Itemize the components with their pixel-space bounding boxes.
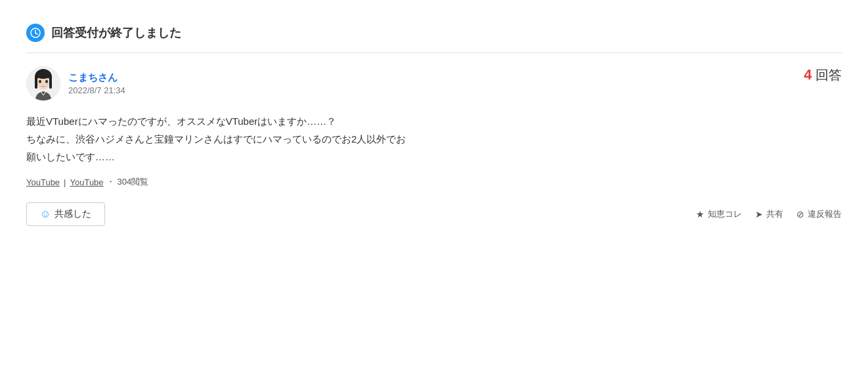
chie-kore-label: 知恵コレ (708, 208, 742, 220)
answer-count-number: 4 (804, 66, 812, 83)
status-text: 回答受付が終了しました (51, 25, 181, 41)
sympathy-label: 共感した (54, 208, 91, 220)
clock-icon (26, 24, 45, 42)
svg-point-8 (35, 71, 51, 79)
svg-rect-7 (49, 76, 52, 89)
post-author: こまちさん 2022/8/7 21:34 (26, 66, 125, 101)
svg-rect-6 (35, 76, 37, 89)
report-icon: ⊘ (796, 209, 804, 219)
post-section: こまちさん 2022/8/7 21:34 4 回答 最近VTuberにハマったの… (26, 66, 842, 226)
chie-kore-link[interactable]: ★ 知恵コレ (696, 208, 742, 220)
post-body-line2: ちなみに、渋谷ハジメさんと宝鐘マリンさんはすでにハマっているのでお2人以外でお (26, 130, 842, 148)
status-bar: 回答受付が終了しました (26, 13, 842, 53)
post-body-line1: 最近VTuberにハマったのですが、オススメなVTuberはいますか……？ (26, 112, 842, 130)
tag1-link[interactable]: YouTube (26, 177, 60, 187)
author-info: こまちさん 2022/8/7 21:34 (68, 72, 125, 95)
report-label: 違反報告 (808, 208, 842, 220)
sympathy-icon: ☺ (40, 208, 51, 220)
view-count: 304閲覧 (118, 176, 149, 188)
separator-dot: ・ (106, 176, 115, 188)
report-link[interactable]: ⊘ 違反報告 (796, 208, 842, 220)
share-label: 共有 (766, 208, 783, 220)
avatar (26, 66, 60, 101)
svg-point-9 (39, 80, 41, 83)
post-tags: YouTube | YouTube ・ 304閲覧 (26, 176, 842, 188)
author-name[interactable]: こまちさん (68, 72, 125, 84)
share-icon: ➤ (755, 209, 763, 219)
post-header: こまちさん 2022/8/7 21:34 4 回答 (26, 66, 842, 101)
tag2-link[interactable]: YouTube (70, 177, 103, 187)
sympathy-button[interactable]: ☺ 共感した (26, 202, 105, 226)
svg-point-10 (45, 80, 48, 83)
page-container: 回答受付が終了しました (0, 0, 868, 239)
tag-separator: | (64, 177, 66, 187)
author-date: 2022/8/7 21:34 (68, 85, 125, 95)
action-links: ★ 知恵コレ ➤ 共有 ⊘ 違反報告 (696, 208, 842, 220)
answer-count: 4 回答 (804, 66, 842, 84)
star-icon: ★ (696, 209, 705, 219)
post-actions: ☺ 共感した ★ 知恵コレ ➤ 共有 ⊘ 違反報告 (26, 202, 842, 226)
post-body: 最近VTuberにハマったのですが、オススメなVTuberはいますか……？ ちな… (26, 112, 842, 166)
share-link[interactable]: ➤ 共有 (755, 208, 783, 220)
svg-line-2 (35, 34, 37, 35)
answer-count-label: 回答 (815, 68, 842, 82)
post-body-line3: 願いしたいです…… (26, 148, 842, 166)
